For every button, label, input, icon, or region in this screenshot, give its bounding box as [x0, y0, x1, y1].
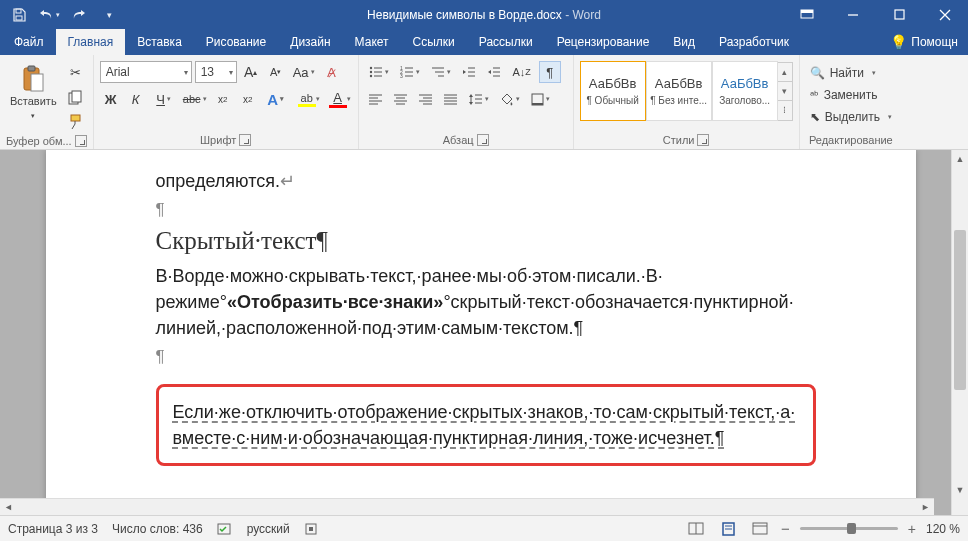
underline-button[interactable]: Ч▾: [150, 88, 178, 110]
zoom-in-icon[interactable]: +: [908, 521, 916, 537]
web-layout-icon[interactable]: [749, 520, 771, 538]
line-spacing-icon[interactable]: ▾: [465, 88, 493, 110]
change-case-icon[interactable]: Aa▾: [290, 61, 318, 83]
cut-icon[interactable]: ✂: [65, 61, 87, 83]
align-center-icon[interactable]: [390, 88, 412, 110]
tab-references[interactable]: Ссылки: [401, 29, 467, 55]
decrease-indent-icon[interactable]: [458, 61, 480, 83]
strike-button[interactable]: abc▾: [181, 88, 209, 110]
font-color-icon[interactable]: A▾: [324, 88, 352, 110]
scroll-left-icon[interactable]: ◄: [0, 502, 17, 512]
quick-access-toolbar: ▾ ▾: [0, 3, 128, 27]
bold-button[interactable]: Ж: [100, 88, 122, 110]
save-icon[interactable]: [6, 3, 32, 27]
maximize-icon[interactable]: [876, 0, 922, 29]
svg-rect-5: [895, 10, 904, 19]
highlight-icon[interactable]: ab▾: [293, 88, 321, 110]
pilcrow-icon[interactable]: ¶: [539, 61, 561, 83]
svg-rect-7: [28, 66, 35, 71]
shrink-font-icon[interactable]: A▾: [265, 61, 287, 83]
find-button[interactable]: 🔍Найти▾: [806, 63, 896, 83]
justify-icon[interactable]: [440, 88, 462, 110]
horizontal-scrollbar[interactable]: ◄ ►: [0, 498, 934, 515]
subscript-icon[interactable]: x2: [212, 88, 234, 110]
styles-scroller[interactable]: ▴▾⁞: [778, 62, 793, 121]
qat-customize-icon[interactable]: ▾: [96, 3, 122, 27]
tell-me-icon[interactable]: 💡Помощн: [890, 34, 958, 50]
tab-draw[interactable]: Рисование: [194, 29, 278, 55]
zoom-out-icon[interactable]: −: [781, 520, 790, 537]
status-word-count[interactable]: Число слов: 436: [112, 522, 203, 536]
copy-icon[interactable]: [65, 86, 87, 108]
scroll-up-icon[interactable]: ▲: [952, 150, 968, 167]
page[interactable]: определяются.↵ ¶ Скрытый·текст¶ В·Ворде·…: [46, 150, 916, 515]
styles-launcher-icon[interactable]: [697, 134, 709, 146]
style-no-spacing[interactable]: АаБбВв¶ Без инте...: [646, 61, 712, 121]
svg-rect-8: [31, 74, 43, 91]
read-mode-icon[interactable]: [685, 520, 707, 538]
numbering-icon[interactable]: 123▾: [396, 61, 424, 83]
macro-icon[interactable]: [304, 522, 318, 536]
paste-button[interactable]: Вставить▾: [6, 58, 61, 128]
document-viewport[interactable]: определяются.↵ ¶ Скрытый·текст¶ В·Ворде·…: [0, 150, 951, 515]
tab-layout[interactable]: Макет: [343, 29, 401, 55]
clipboard-launcher-icon[interactable]: [75, 135, 87, 147]
zoom-level[interactable]: 120 %: [926, 522, 960, 536]
doc-text-fragment: определяются.: [156, 171, 280, 191]
style-normal[interactable]: АаБбВв¶ Обычный: [580, 61, 646, 121]
replace-icon: ᵃᵇ: [810, 89, 819, 102]
zoom-slider[interactable]: [800, 527, 898, 530]
select-button[interactable]: ⬉Выделить▾: [806, 107, 896, 127]
group-font: Arial▾ 13▾ A▴ A▾ Aa▾ A̷ Ж К Ч▾ abc▾ x2 x…: [94, 55, 359, 149]
increase-indent-icon[interactable]: [483, 61, 505, 83]
tab-file[interactable]: Файл: [2, 29, 56, 55]
close-icon[interactable]: [922, 0, 968, 29]
text-effects-icon[interactable]: A▾: [262, 88, 290, 110]
font-size-combo[interactable]: 13▾: [195, 61, 237, 83]
tab-insert[interactable]: Вставка: [125, 29, 194, 55]
style-name: ¶ Без инте...: [650, 95, 707, 106]
italic-button[interactable]: К: [125, 88, 147, 110]
clear-format-icon[interactable]: A̷: [321, 61, 343, 83]
paragraph-launcher-icon[interactable]: [477, 134, 489, 146]
scroll-right-icon[interactable]: ►: [917, 502, 934, 512]
grow-font-icon[interactable]: A▴: [240, 61, 262, 83]
scroll-down-icon[interactable]: ▼: [952, 481, 968, 498]
group-font-label: Шрифт: [200, 134, 236, 146]
align-right-icon[interactable]: [415, 88, 437, 110]
shading-icon[interactable]: ▾: [496, 88, 524, 110]
align-left-icon[interactable]: [365, 88, 387, 110]
status-page[interactable]: Страница 3 из 3: [8, 522, 98, 536]
tab-home[interactable]: Главная: [56, 29, 126, 55]
svg-rect-10: [72, 91, 81, 102]
sort-icon[interactable]: A↓Z: [508, 61, 536, 83]
print-layout-icon[interactable]: [717, 520, 739, 538]
style-heading1[interactable]: АаБбВвЗаголово...: [712, 61, 778, 121]
font-name-combo[interactable]: Arial▾: [100, 61, 192, 83]
spellcheck-icon[interactable]: [217, 522, 233, 536]
tab-view[interactable]: Вид: [661, 29, 707, 55]
zoom-thumb[interactable]: [847, 523, 856, 534]
pilcrow-mark: ¶: [156, 198, 816, 223]
multilevel-icon[interactable]: ▾: [427, 61, 455, 83]
undo-icon[interactable]: ▾: [36, 3, 62, 27]
tab-review[interactable]: Рецензирование: [545, 29, 662, 55]
borders-icon[interactable]: ▾: [527, 88, 555, 110]
minimize-icon[interactable]: [830, 0, 876, 29]
tab-mailings[interactable]: Рассылки: [467, 29, 545, 55]
bullets-icon[interactable]: ▾: [365, 61, 393, 83]
tab-developer[interactable]: Разработчик: [707, 29, 801, 55]
vscroll-thumb[interactable]: [954, 230, 966, 390]
ribbon-options-icon[interactable]: [784, 0, 830, 29]
redo-icon[interactable]: [66, 3, 92, 27]
replace-button[interactable]: ᵃᵇЗаменить: [806, 85, 896, 105]
tab-design[interactable]: Дизайн: [278, 29, 342, 55]
font-launcher-icon[interactable]: [239, 134, 251, 146]
svg-rect-3: [801, 10, 813, 13]
superscript-icon[interactable]: x2: [237, 88, 259, 110]
vertical-scrollbar[interactable]: ▲ ▼: [951, 150, 968, 515]
status-language[interactable]: русский: [247, 522, 290, 536]
svg-rect-11: [71, 115, 80, 121]
svg-rect-0: [16, 9, 21, 13]
format-painter-icon[interactable]: [65, 111, 87, 133]
